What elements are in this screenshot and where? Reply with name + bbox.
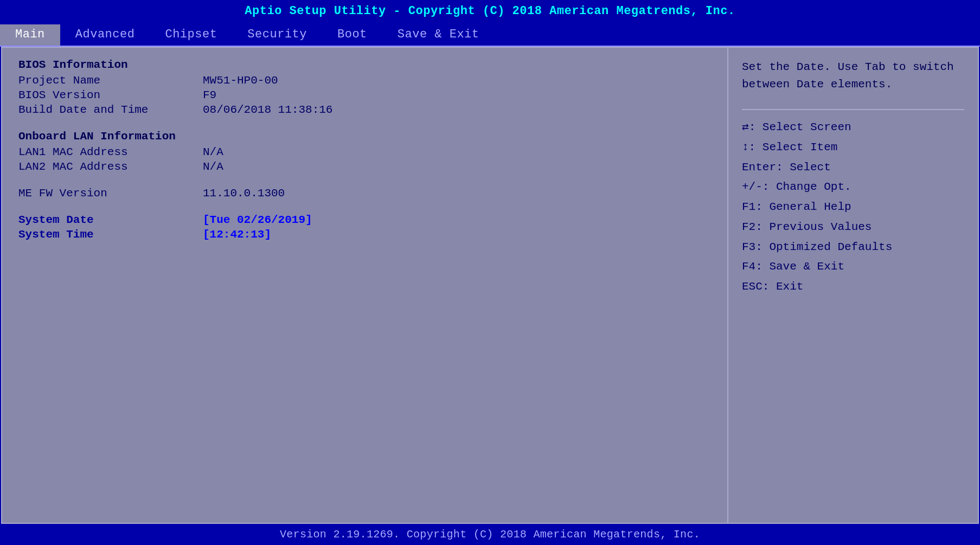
- bios-version-row: BIOS Version F9: [18, 89, 711, 101]
- menu-item-security[interactable]: Security: [232, 24, 322, 46]
- shortcut-enter: Enter: Select: [742, 158, 964, 178]
- system-date-value[interactable]: [Tue 02/26/2019]: [203, 214, 312, 226]
- shortcut-select-screen: ⇄: Select Screen: [742, 118, 964, 138]
- lan1-row: LAN1 MAC Address N/A: [18, 146, 711, 158]
- me-fw-label: ME FW Version: [18, 187, 203, 200]
- bios-info-title: BIOS Information: [18, 59, 711, 71]
- shortcut-change-opt: +/-: Change Opt.: [742, 177, 964, 197]
- shortcut-f1: F1: General Help: [742, 197, 964, 217]
- bios-version-label: BIOS Version: [18, 89, 203, 101]
- build-date-value: 08/06/2018 11:38:16: [203, 104, 332, 116]
- menu-bar[interactable]: Main Advanced Chipset Security Boot Save…: [0, 22, 980, 47]
- footer-text: Version 2.19.1269. Copyright (C) 2018 Am…: [280, 528, 700, 541]
- me-fw-value: 11.10.0.1300: [203, 187, 285, 200]
- shortcut-f3: F3: Optimized Defaults: [742, 238, 964, 258]
- bios-screen: Aptio Setup Utility - Copyright (C) 2018…: [0, 0, 980, 545]
- lan1-label: LAN1 MAC Address: [18, 146, 203, 158]
- title-text: Aptio Setup Utility - Copyright (C) 2018…: [245, 4, 735, 18]
- main-panel: BIOS Information Project Name MW51-HP0-0…: [2, 48, 728, 523]
- shortcut-esc: ESC: Exit: [742, 277, 964, 297]
- project-name-value: MW51-HP0-00: [203, 74, 278, 87]
- menu-item-save-exit[interactable]: Save & Exit: [382, 24, 495, 46]
- system-time-value[interactable]: [12:42:13]: [203, 228, 271, 241]
- project-name-label: Project Name: [18, 74, 203, 87]
- bios-version-value: F9: [203, 89, 216, 101]
- menu-item-main[interactable]: Main: [0, 24, 60, 46]
- menu-item-chipset[interactable]: Chipset: [150, 24, 232, 46]
- footer-bar: Version 2.19.1269. Copyright (C) 2018 Am…: [0, 524, 980, 545]
- side-panel: Set the Date. Use Tab to switch between …: [728, 48, 978, 523]
- lan1-value: N/A: [203, 146, 223, 158]
- system-time-label: System Time: [18, 228, 203, 241]
- title-bar: Aptio Setup Utility - Copyright (C) 2018…: [0, 0, 980, 22]
- menu-item-advanced[interactable]: Advanced: [60, 24, 150, 46]
- project-name-row: Project Name MW51-HP0-00: [18, 74, 711, 87]
- me-fw-row: ME FW Version 11.10.0.1300: [18, 187, 711, 200]
- content-area: BIOS Information Project Name MW51-HP0-0…: [1, 47, 979, 524]
- system-time-row[interactable]: System Time [12:42:13]: [18, 228, 711, 241]
- shortcut-f4: F4: Save & Exit: [742, 257, 964, 277]
- shortcut-select-item: ↕: Select Item: [742, 138, 964, 158]
- menu-item-boot[interactable]: Boot: [322, 24, 382, 46]
- build-date-label: Build Date and Time: [18, 104, 203, 116]
- lan2-row: LAN2 MAC Address N/A: [18, 161, 711, 173]
- help-description: Set the Date. Use Tab to switch between …: [742, 59, 964, 93]
- side-divider: [742, 109, 964, 110]
- lan-info-title: Onboard LAN Information: [18, 130, 711, 143]
- system-date-label: System Date: [18, 214, 203, 226]
- system-date-row[interactable]: System Date [Tue 02/26/2019]: [18, 214, 711, 226]
- lan2-label: LAN2 MAC Address: [18, 161, 203, 173]
- shortcut-f2: F2: Previous Values: [742, 217, 964, 238]
- shortcut-list: ⇄: Select Screen ↕: Select Item Enter: S…: [742, 118, 964, 297]
- build-date-row: Build Date and Time 08/06/2018 11:38:16: [18, 104, 711, 116]
- lan2-value: N/A: [203, 161, 223, 173]
